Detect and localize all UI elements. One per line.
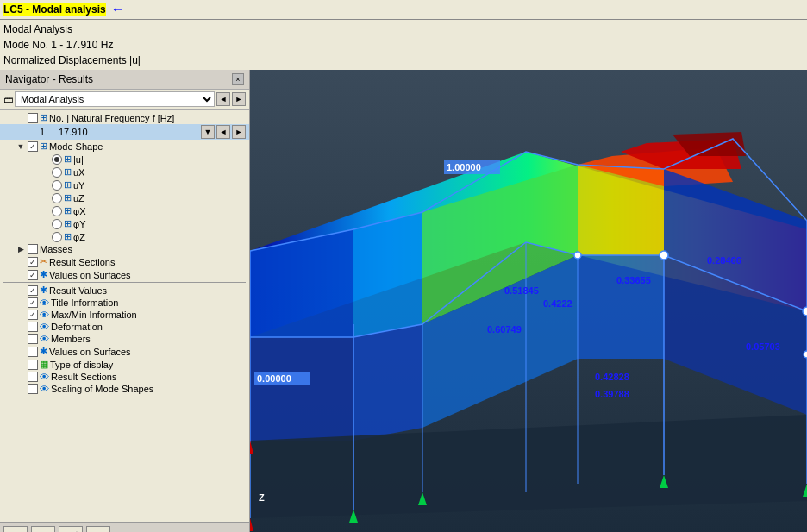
tree-row-freq-value[interactable]: 1 17.910 ▼ ◄ ► [0,124,249,140]
svg-point-31 [660,251,668,260]
radio-ux[interactable] [52,167,62,178]
tree-row-members[interactable]: 👁 Members [0,333,249,345]
expand-mode-shape[interactable]: ▼ [16,141,26,152]
tree-row-result-sections-disp[interactable]: 👁 Result Sections [0,371,249,383]
check-values-on-surfaces[interactable] [28,270,38,280]
expand-deformation [16,322,26,332]
display-icon: ▦ [40,359,48,370]
tree-row-title-info[interactable]: 👁 Title Information [0,297,249,309]
tree-row-u-abs[interactable]: ⊞ |u| [0,153,249,166]
check-deformation[interactable] [28,322,38,332]
radio-uz[interactable] [52,193,62,203]
radio-phiy[interactable] [52,219,62,229]
svg-text:0.05703: 0.05703 [746,341,780,352]
svg-marker-13 [578,255,664,359]
info-block: Modal Analysis Mode No. 1 - 17.910 Hz No… [0,20,807,70]
check-result-sections-disp[interactable] [28,372,38,382]
label-scaling: Scaling of Mode Shapes [51,384,153,394]
svg-text:0.60749: 0.60749 [487,324,522,335]
title-bar: LC5 - Modal analysis ← [0,0,807,20]
radio-phix[interactable] [52,206,62,216]
tree-row-phiz[interactable]: ⊞ φZ [0,230,249,243]
radio-phiz[interactable] [52,232,62,242]
check-result-values[interactable] [28,285,38,296]
tree-row-no-freq[interactable]: ⊞ No. | Natural Frequency f [Hz] [0,111,249,124]
check-type-of-display[interactable] [28,360,38,370]
tree-row-values-on-surfaces[interactable]: ✱ Values on Surfaces [0,268,249,281]
arrow-icon: ← [111,2,125,17]
radio-uy[interactable] [52,180,62,191]
check-maxmin-info[interactable] [28,310,38,320]
toolbar-view-button[interactable]: 🖥 [3,526,28,533]
check-result-sections[interactable] [28,257,38,267]
tree-row-masses[interactable]: ▶ Masses [0,243,249,255]
check-scaling[interactable] [28,384,38,394]
svg-point-33 [803,307,807,316]
tree-row-uz[interactable]: ⊞ uZ [0,191,249,204]
check-masses[interactable] [28,244,38,254]
expand-phiz [40,232,50,242]
analysis-bar: 🗃 Modal Analysis ◄ ► [0,90,249,110]
tree-row-ux[interactable]: ⊞ uX [0,166,249,178]
label-u-abs: |u| [73,154,84,165]
nav-prev-button[interactable]: ◄ [216,92,230,106]
svg-text:0.00000: 0.00000 [257,373,291,384]
table-icon-mode-shape: ⊞ [40,141,47,152]
expand-uy [40,180,50,191]
info-line-3: Normalized Displacements |u| [3,53,804,68]
tree-row-deformation[interactable]: 👁 Deformation [0,321,249,333]
tree-row-scaling[interactable]: 👁 Scaling of Mode Shapes [0,383,249,395]
tree-row-result-sections[interactable]: ✂ Result Sections [0,255,249,268]
label-phiy: φY [73,219,85,229]
toolbar-eye-button[interactable]: 👁 [31,526,55,533]
tree-row-result-values[interactable]: ✱ Result Values [0,284,249,297]
expand-type-of-display [16,360,26,370]
label-phiz: φZ [73,232,85,242]
table-icon-ux: ⊞ [64,166,72,178]
tree-row-values-surf-disp[interactable]: ✱ Values on Surfaces [0,345,249,358]
svg-point-32 [574,252,581,259]
check-no-freq[interactable] [28,113,38,123]
info-line-2: Mode No. 1 - 17.910 Hz [3,37,804,53]
viewport: Z 1.00000 0.00000 0.28466 0.33655 0.5184… [250,70,807,532]
check-values-surf-disp[interactable] [28,347,38,357]
freq-next[interactable]: ► [232,125,246,139]
svg-text:0.28466: 0.28466 [707,255,741,266]
check-mode-shape[interactable] [28,141,38,152]
star-icon-surfaces: ✱ [40,269,47,280]
navigator-close-button[interactable]: × [232,73,244,85]
label-result-sections: Result Sections [49,257,115,267]
table-icon-uz: ⊞ [64,192,72,203]
check-title-info[interactable] [28,297,38,308]
svg-point-34 [804,351,807,358]
label-uy: uY [73,180,84,191]
check-members[interactable] [28,334,38,344]
svg-marker-10 [250,337,353,441]
tree-row-phix[interactable]: ⊞ φX [0,204,249,217]
tree-row-type-of-display[interactable]: ▦ Type of display [0,358,249,371]
sidebar: Navigator - Results × 🗃 Modal Analysis ◄… [0,70,250,532]
tree-row-phiy[interactable]: ⊞ φY [0,217,249,230]
tree-row-mode-shape[interactable]: ▼ ⊞ Mode Shape [0,140,249,153]
tree-row-uy[interactable]: ⊞ uY [0,178,249,191]
svg-text:0.42828: 0.42828 [595,372,629,382]
expand-maxmin-info [16,310,26,320]
tree-row-maxmin-info[interactable]: 👁 Max/Min Information [0,309,249,321]
svg-marker-11 [353,324,422,441]
expand-result-sections [16,257,26,267]
freq-select[interactable]: ▼ [201,125,215,139]
label-result-values: Result Values [49,285,107,296]
analysis-select[interactable]: Modal Analysis [15,91,215,107]
expand-result-values [16,285,26,296]
nav-next-button[interactable]: ► [232,92,246,106]
expand-no-freq [16,113,26,123]
label-ux: uX [73,167,84,178]
expand-masses[interactable]: ▶ [16,244,26,254]
toolbar-settings-button[interactable]: — [86,526,110,533]
label-freq-num: 1 [40,127,57,137]
label-title-info: Title Information [51,297,118,308]
freq-prev[interactable]: ◄ [216,125,230,139]
star-icon-vs: ✱ [40,346,47,357]
toolbar-camera-button[interactable]: 🎬 [59,526,83,533]
radio-u-abs[interactable] [52,154,62,165]
